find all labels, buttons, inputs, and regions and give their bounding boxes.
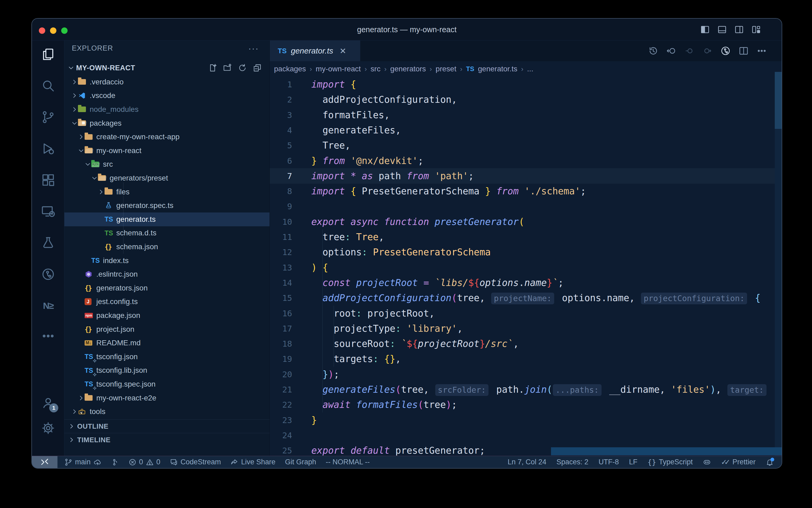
breadcrumb-separator: › <box>430 65 432 73</box>
tree-item-generator.spec.ts[interactable]: generator.spec.ts <box>64 199 270 212</box>
more-actions-icon[interactable] <box>757 46 767 56</box>
status-language-mode[interactable]: {}TypeScript <box>648 458 693 466</box>
breadcrumb[interactable]: packages›my-own-react›src›generators›pre… <box>270 61 782 77</box>
status-branch[interactable]: main <box>64 458 101 466</box>
status-cursor-position[interactable]: Ln 7, Col 24 <box>508 458 546 466</box>
tree-item-files[interactable]: files <box>64 185 270 199</box>
breadcrumb-item-src[interactable]: src <box>371 65 380 73</box>
tree-item-schema.json[interactable]: {}schema.json <box>64 240 270 254</box>
code-line-18: sourceRoot: `${projectRoot}/src`, <box>311 336 519 351</box>
braces-icon: {} <box>85 284 96 293</box>
status-notifications[interactable] <box>766 458 774 466</box>
git-branch-icon <box>41 110 55 124</box>
status-codestream[interactable]: CodeStream <box>170 458 221 466</box>
tree-item-generators/preset[interactable]: generators/preset <box>64 171 270 185</box>
tree-item-tsconfig.lib.json[interactable]: TStsconfig.lib.json <box>64 364 270 378</box>
tree-item-node_modules[interactable]: node_modules <box>64 102 270 116</box>
line-number: 14 <box>270 275 296 291</box>
split-editor-icon[interactable] <box>738 46 749 56</box>
panel-timeline[interactable]: TIMELINE <box>64 433 270 447</box>
debug-icon <box>41 142 55 156</box>
breadcrumb-item-my-own-react[interactable]: my-own-react <box>316 65 361 73</box>
inlay-hint: projectName: <box>491 293 554 304</box>
code-line-5: Tree, <box>311 138 351 153</box>
activity-item-testing[interactable] <box>32 230 64 256</box>
status-problems[interactable]: 00 <box>129 458 160 466</box>
tree-item-src[interactable]: </>src <box>64 158 270 171</box>
tree-item-packages[interactable]: packages <box>64 116 270 130</box>
tree-item-project.json[interactable]: {}project.json <box>64 323 270 336</box>
status-copilot[interactable] <box>703 458 711 466</box>
tree-item-package.json[interactable]: npmpackage.json <box>64 308 270 323</box>
line-number: 17 <box>270 321 296 336</box>
panel-outline[interactable]: OUTLINE <box>64 419 270 433</box>
toggle-panel-icon[interactable] <box>717 25 727 34</box>
code-editor[interactable]: 1import {2 addProjectConfiguration,3 for… <box>270 77 782 457</box>
tree-item-label: package.json <box>96 311 140 320</box>
tree-item-jest.config.ts[interactable]: Jjest.config.ts <box>64 295 270 309</box>
tree-item-.eslintrc.json[interactable]: .eslintrc.json <box>64 267 270 281</box>
breadcrumb-item-...[interactable]: ... <box>527 65 533 73</box>
activity-item-run-debug[interactable] <box>32 136 64 161</box>
tree-item-create-my-own-react-app[interactable]: create-my-own-react-app <box>64 130 270 144</box>
inlay-hint: ...paths: <box>553 384 602 396</box>
toggle-secondary-sidebar-icon[interactable] <box>734 25 744 34</box>
tree-item-.vscode[interactable]: .vscode <box>64 89 270 103</box>
tree-item-generators.json[interactable]: {}generators.json <box>64 281 270 295</box>
git-circle-icon[interactable] <box>720 46 730 56</box>
activity-item-extensions[interactable] <box>32 167 64 193</box>
tree-item-my-own-react-e2e[interactable]: my-own-react-e2e <box>64 391 270 405</box>
refresh-icon[interactable] <box>238 64 247 72</box>
activity-item-accounts[interactable]: 1 <box>32 390 64 415</box>
activity-item-git-graph-view[interactable] <box>32 261 64 287</box>
status-live-share[interactable]: Live Share <box>230 458 275 466</box>
titlebar[interactable]: generator.ts — my-own-react <box>32 18 782 40</box>
tree-item-README.md[interactable]: M↓README.md <box>64 336 270 350</box>
new-folder-icon[interactable] <box>223 64 232 72</box>
tree-item-generator.ts[interactable]: TSgenerator.ts <box>64 212 270 226</box>
activity-item-explorer[interactable] <box>32 42 64 67</box>
status-git-graph[interactable]: Git Graph <box>285 458 316 466</box>
tree-item-.verdaccio[interactable]: .verdaccio <box>64 75 270 89</box>
nav-back-circle-icon[interactable] <box>666 46 676 56</box>
close-tab-icon[interactable]: ✕ <box>339 46 346 56</box>
collapse-all-icon[interactable] <box>253 64 261 72</box>
history-icon[interactable] <box>648 46 658 56</box>
activity-item-additional-views[interactable] <box>32 323 64 349</box>
activity-item-nx-console[interactable]: N≥ <box>32 293 64 319</box>
activity-item-remote-explorer[interactable] <box>32 199 64 224</box>
status-prettier[interactable]: ✓✓Prettier <box>721 458 756 466</box>
breadcrumb-item-preset[interactable]: preset <box>435 65 456 73</box>
status-commit-graph[interactable] <box>111 458 119 466</box>
tree-item-tsconfig.json[interactable]: TStsconfig.json <box>64 350 270 364</box>
breadcrumb-item-packages[interactable]: packages <box>274 65 306 73</box>
activity-item-search[interactable] <box>32 73 64 98</box>
commit-icon <box>111 458 119 466</box>
activity-item-source-control[interactable] <box>32 104 64 130</box>
remote-indicator[interactable] <box>32 456 57 468</box>
tree-item-schema.d.ts[interactable]: TSschema.d.ts <box>64 226 270 240</box>
chevron-right-icon <box>68 423 75 430</box>
new-file-icon[interactable] <box>208 64 217 72</box>
tree-item-index.ts[interactable]: TSindex.ts <box>64 254 270 267</box>
tab-generator-ts[interactable]: TS generator.ts ✕ <box>270 40 360 61</box>
vertical-scrollbar-thumb[interactable] <box>775 72 782 129</box>
tree-item-tsconfig.spec.json[interactable]: TStsconfig.spec.json <box>64 377 270 391</box>
vertical-scrollbar[interactable] <box>775 77 782 457</box>
customize-layout-icon[interactable] <box>751 25 761 34</box>
tree-item-tools[interactable]: tools <box>64 405 270 419</box>
horizontal-scrollbar-thumb[interactable] <box>551 447 782 455</box>
nav-left-dim-icon[interactable] <box>684 46 695 56</box>
tree-item-my-own-react[interactable]: my-own-react <box>64 144 270 158</box>
activity-item-settings[interactable] <box>32 415 64 441</box>
status-eol[interactable]: LF <box>629 458 637 466</box>
nav-right-dim-icon[interactable] <box>702 46 713 56</box>
status-vim-mode[interactable]: -- NORMAL -- <box>326 458 370 466</box>
status-indentation[interactable]: Spaces: 2 <box>557 458 588 466</box>
breadcrumb-item-generators[interactable]: generators <box>390 65 426 73</box>
line-number: 18 <box>270 336 296 351</box>
toggle-sidebar-icon[interactable] <box>700 25 710 34</box>
explorer-more-actions-icon[interactable]: ··· <box>248 43 259 53</box>
breadcrumb-item-generator.ts[interactable]: generator.ts <box>478 65 518 73</box>
status-encoding[interactable]: UTF-8 <box>599 458 619 466</box>
